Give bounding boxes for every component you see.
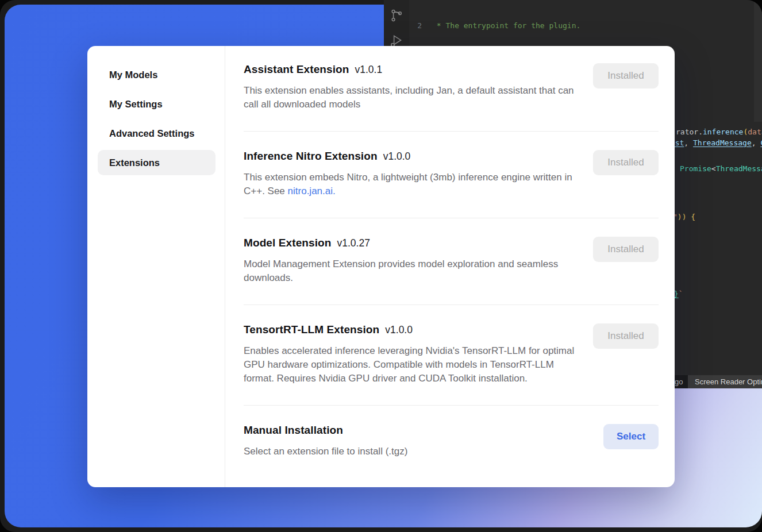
manual-installation-title: Manual Installation <box>244 424 343 437</box>
sidebar-item-my-models[interactable]: My Models <box>98 62 215 87</box>
settings-sidebar: My Models My Settings Advanced Settings … <box>87 46 225 487</box>
extension-description: This extension embeds Nitro, a lightweig… <box>244 171 580 198</box>
extension-version: v1.0.27 <box>337 237 370 249</box>
hero-screenshot: 2 * The entrypoint for the plugin. 3 */ … <box>0 0 762 532</box>
installed-button[interactable]: Installed <box>593 237 659 262</box>
extensions-list: Assistant Extension v1.0.1 This extensio… <box>225 46 675 487</box>
extension-title: Inference Nitro Extension <box>244 150 378 163</box>
extension-description: Model Management Extension provides mode… <box>244 257 580 285</box>
line-number: 2 <box>409 21 432 30</box>
extension-entry-inference-nitro: Inference Nitro Extension v1.0.0 This ex… <box>244 132 659 218</box>
sidebar-item-advanced-settings[interactable]: Advanced Settings <box>98 121 215 146</box>
extension-entry-model: Model Extension v1.0.27 Model Management… <box>244 218 659 305</box>
screen-reader-toast: Screen Reader Optimize <box>688 375 762 388</box>
settings-modal: My Models My Settings Advanced Settings … <box>87 46 675 487</box>
extension-title: Assistant Extension <box>244 63 349 76</box>
extension-version: v1.0.0 <box>385 324 413 336</box>
code-line-2: * The entrypoint for the plugin. <box>432 21 580 30</box>
status-bar-text: go <box>675 377 683 387</box>
nitro-jan-ai-link[interactable]: nitro.jan.ai. <box>288 186 336 196</box>
extension-version: v1.0.0 <box>383 151 411 163</box>
extension-description: This extension enables assistants, inclu… <box>244 84 580 111</box>
manual-installation-entry: Manual Installation Select an extension … <box>244 406 659 458</box>
extension-title: TensortRT-LLM Extension <box>244 323 379 336</box>
extension-title: Model Extension <box>244 237 331 249</box>
manual-installation-description: Select an extension file to install (.tg… <box>244 445 580 458</box>
installed-button[interactable]: Installed <box>593 323 659 349</box>
sidebar-item-extensions[interactable]: Extensions <box>98 150 215 175</box>
extension-description: Enables accelerated inference leveraging… <box>244 344 580 385</box>
code-fragment-inference: rator.inference(data)); <box>676 127 762 137</box>
select-file-button[interactable]: Select <box>603 424 659 449</box>
installed-button[interactable]: Installed <box>593 63 659 88</box>
code-fragment-promise: Promise<ThreadMessage> <box>680 164 762 174</box>
extension-entry-assistant: Assistant Extension v1.0.1 This extensio… <box>244 62 659 132</box>
source-control-icon <box>389 8 404 23</box>
code-fragment-braces: ")) { <box>673 212 695 222</box>
extension-entry-tensorrt-llm: TensortRT-LLM Extension v1.0.0 Enables a… <box>244 305 659 406</box>
sidebar-item-my-settings[interactable]: My Settings <box>98 91 215 117</box>
installed-button[interactable]: Installed <box>593 150 659 175</box>
extension-version: v1.0.1 <box>355 64 383 76</box>
minimap <box>754 0 762 122</box>
